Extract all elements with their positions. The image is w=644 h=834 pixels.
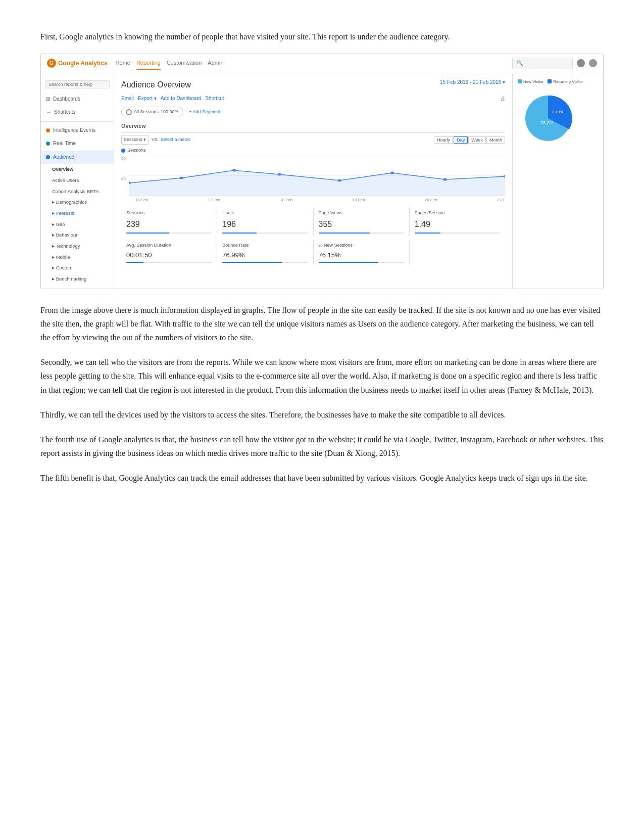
sidebar-item-audience[interactable]: Audience — [41, 151, 114, 164]
select-metric[interactable]: Select a metric — [161, 136, 191, 144]
ga-topbar: G Google Analytics Home Reporting Custom… — [41, 54, 603, 73]
legend-ret-label: Returning Visitor — [553, 78, 583, 85]
stat-pps-value: 1.49 — [415, 218, 500, 231]
nav-customisation[interactable]: Customisation — [167, 57, 202, 69]
stat-pageviews-bar-fill — [319, 233, 370, 234]
svg-point-9 — [443, 178, 447, 181]
svg-point-5 — [232, 169, 236, 172]
sidebar-dashboards-label: Dashboards — [53, 95, 80, 104]
settings-icon[interactable] — [577, 59, 585, 67]
stat-sessions-label: Sessions — [126, 209, 212, 217]
x-label-2: 18 Feb — [280, 197, 292, 203]
time-buttons: Hourly Day Week Month — [434, 136, 505, 144]
ga-nav: Home Reporting Customisation Admin — [116, 57, 504, 69]
sessions-chart-label: Sessions — [121, 147, 505, 154]
nav-reporting[interactable]: Reporting — [136, 57, 161, 69]
x-label-4: 20 Feb — [425, 197, 437, 203]
toolbar-email[interactable]: Email — [121, 95, 134, 103]
sidebar-sub-active-users[interactable]: Active Users — [41, 175, 114, 186]
sidebar-item-dashboards[interactable]: ⊞ Dashboards — [41, 92, 114, 106]
sidebar-sub-technology[interactable]: ▸ Technology — [41, 241, 114, 252]
body-para-4: The fourth use of Google analytics is th… — [40, 433, 604, 460]
x-axis-labels: 16 Feb 17 Feb 18 Feb 19 Feb 20 Feb 21 F — [135, 197, 505, 203]
stat-pageviews: Page Views 355 — [314, 207, 410, 235]
sidebar-intelligence-label: Intelligence Events — [53, 126, 95, 135]
add-segment-btn[interactable]: + Add Segment — [189, 108, 221, 116]
stat-pageviews-value: 355 — [319, 218, 404, 231]
toolbar-add-dashboard[interactable]: Add to Dashboard — [161, 95, 202, 103]
stat-sessions: Sessions 239 — [121, 207, 217, 235]
sidebar-realtime-label: Real Time — [53, 140, 76, 148]
nav-admin[interactable]: Admin — [208, 57, 223, 69]
stat-new-sess-bar — [319, 262, 404, 263]
nav-home[interactable]: Home — [116, 57, 130, 69]
time-btn-hourly[interactable]: Hourly — [434, 136, 453, 144]
sessions-label-text: Sessions — [127, 147, 146, 154]
intro-paragraph: First, Google analytics in knowing the n… — [40, 30, 604, 43]
time-btn-day[interactable]: Day — [454, 136, 468, 144]
sidebar-item-shortcuts[interactable]: → Shortcuts — [41, 106, 114, 119]
stat-avg-duration: Avg. Session Duration 00:01:50 — [121, 240, 217, 265]
stat-sessions-bar-fill — [126, 233, 169, 234]
sidebar-sub-custom[interactable]: ▸ Custom — [41, 262, 114, 273]
stat-pps-label: Pages/Session — [415, 209, 500, 217]
x-label-0: 16 Feb — [135, 197, 148, 203]
legend-returning-visitor: Returning Visitor — [548, 78, 583, 85]
stat-pageviews-bar — [319, 233, 404, 234]
chart-area: Sessions 50 25 — [121, 147, 505, 203]
body-para-2: Secondly, we can tell who the visitors a… — [40, 355, 604, 397]
stat-pps-bar-fill — [415, 233, 440, 234]
stat-duration-bar — [126, 262, 212, 263]
session-select[interactable]: Sessions ▾ — [121, 135, 148, 145]
sidebar-item-intelligence[interactable]: Intelligence Events — [41, 124, 114, 137]
stat-empty — [410, 240, 505, 265]
ga-top-search[interactable]: 🔍 — [512, 58, 573, 69]
x-label-1: 17 Feb — [208, 197, 220, 203]
stat-pps-bar — [415, 233, 500, 234]
body-para-3: Thirdly, we can tell the devices used by… — [40, 408, 604, 422]
sessions-dot — [121, 149, 125, 153]
y-axis-labels: 50 25 — [121, 155, 128, 196]
stat-users-value: 196 — [222, 218, 308, 231]
stat-bounce-bar-fill — [222, 262, 282, 263]
x-label-3: 19 Feb — [353, 197, 365, 203]
stat-users-bar — [222, 233, 308, 234]
sidebar-sub-mobile[interactable]: ▸ Mobile — [41, 252, 114, 263]
stat-sessions-value: 239 — [126, 218, 212, 231]
sidebar-divider-1 — [41, 121, 114, 122]
svg-text:76.2%: 76.2% — [540, 120, 554, 125]
sidebar-sub-demographics[interactable]: ▸ Demographics — [41, 197, 114, 208]
ga-logo-icon: G — [47, 59, 56, 68]
time-btn-month[interactable]: Month — [486, 136, 505, 144]
stat-duration-value: 00:01:50 — [126, 250, 212, 260]
ga-sidebar: ⊞ Dashboards → Shortcuts Intelligence Ev… — [41, 73, 114, 289]
sidebar-sub-behaviour[interactable]: ▸ Behaviour — [41, 229, 114, 241]
ga-logo-text: Google Analytics — [58, 59, 108, 69]
sidebar-sub-geo[interactable]: ▸ Geo — [41, 219, 114, 230]
sidebar-sub-benchmarking[interactable]: ▸ Benchmarking — [41, 273, 114, 285]
toolbar-shortcut[interactable]: Shortcut — [205, 95, 224, 103]
printer-icon[interactable]: 🖨 — [500, 95, 505, 103]
stat-sessions-bar — [126, 233, 212, 234]
ga-content-wrapper: Audience Overview 15 Feb 2016 - 21 Feb 2… — [114, 73, 603, 289]
sidebar-search-input[interactable] — [45, 80, 110, 88]
stat-new-sessions: % New Sessions 76.15% — [314, 240, 410, 265]
realtime-dot — [46, 142, 50, 146]
time-btn-week[interactable]: Week — [468, 136, 486, 144]
body-para-5: The fifth benefit is that, Google Analyt… — [40, 471, 604, 485]
svg-point-4 — [179, 177, 183, 179]
sidebar-item-realtime[interactable]: Real Time — [41, 137, 114, 151]
sidebar-sub-interests[interactable]: ▸ Interests — [41, 208, 114, 219]
overview-section-label: Overview — [121, 121, 505, 133]
user-icon[interactable] — [589, 59, 597, 67]
stat-pages-session: Pages/Session 1.49 — [410, 207, 505, 235]
svg-point-8 — [390, 172, 394, 174]
ga-toolbar: Email Export ▾ Add to Dashboard Shortcut… — [121, 95, 505, 103]
sidebar-sub-overview[interactable]: Overview — [41, 164, 114, 175]
date-range-selector[interactable]: 15 Feb 2016 - 21 Feb 2016 ▾ — [440, 78, 505, 87]
stat-bounce-label: Bounce Rate — [222, 242, 308, 249]
legend-new-visitor: New Visitor — [518, 78, 543, 85]
sidebar-sub-cohort[interactable]: Cohort Analysis BETA — [41, 186, 114, 197]
all-sessions-segment[interactable]: All Sessions 100.00% — [121, 107, 183, 117]
toolbar-export[interactable]: Export ▾ — [138, 95, 157, 103]
